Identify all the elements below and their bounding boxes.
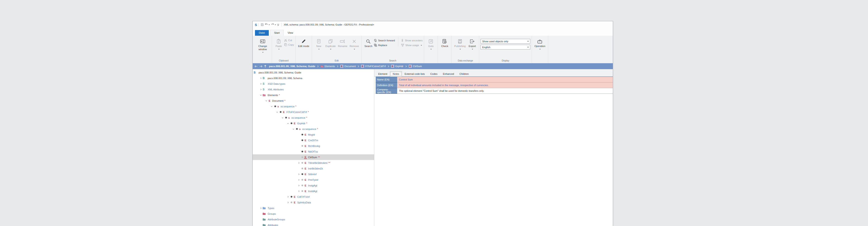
- detail-tab-element[interactable]: Element: [375, 71, 390, 76]
- up-arrow-icon[interactable]: [264, 65, 267, 68]
- collapse-chevron-icon[interactable]: [275, 111, 279, 113]
- tree-item[interactable]: Types: [253, 205, 374, 211]
- breadcrumb-item[interactable]: EFIToFICstmrCdtTrf: [361, 65, 386, 68]
- expand-chevron-icon[interactable]: [297, 179, 301, 181]
- detail-tab-children[interactable]: Children: [457, 71, 471, 76]
- expand-chevron-icon[interactable]: [297, 162, 301, 164]
- collapse-chevron-icon[interactable]: [259, 94, 263, 96]
- paste-button[interactable]: Paste: [273, 37, 284, 51]
- breadcrumb-item[interactable]: EDocument: [340, 65, 356, 68]
- detail-tab-enhanced[interactable]: Enhanced: [440, 71, 457, 76]
- expand-chevron-icon[interactable]: [297, 185, 301, 187]
- tree-item[interactable]: AttributeGroups: [253, 217, 374, 222]
- tree-item[interactable]: SXSD Data types: [253, 81, 374, 87]
- tree-item-label: Elements: [268, 94, 278, 97]
- copy-button[interactable]: Copy: [284, 43, 294, 46]
- detail-tab-notes[interactable]: Notes: [390, 71, 402, 76]
- search-forward-button[interactable]: Search forward: [374, 39, 395, 42]
- undo-dropdown-caret[interactable]: [269, 24, 270, 26]
- check-button[interactable]: Check: [439, 37, 450, 49]
- tree-item[interactable]: Groups: [253, 211, 374, 217]
- tree-item[interactable]: Attributes: [253, 222, 374, 226]
- cut-button[interactable]: Cut: [284, 39, 294, 41]
- expand-chevron-icon[interactable]: [297, 190, 301, 192]
- expand-chevron-icon[interactable]: [259, 77, 263, 79]
- tree-item[interactable]: ENbOfTxs: [253, 149, 374, 154]
- property-value[interactable]: Total of all individual amounts included…: [397, 83, 613, 88]
- breadcrumb-root[interactable]: pacs.008.001.09; XML Schema; Guide: [269, 65, 315, 68]
- tree-item[interactable]: sxs:sequence*: [253, 126, 374, 132]
- language-select[interactable]: English: [480, 45, 530, 50]
- replace-button[interactable]: Replace: [374, 44, 395, 47]
- goto-button[interactable]: Goto: [426, 37, 436, 51]
- tree-item[interactable]: ECreDtTm: [253, 137, 374, 143]
- breadcrumb-item[interactable]: Elements: [320, 65, 335, 68]
- tree-item[interactable]: EBtchBookg: [253, 143, 374, 149]
- tree-item[interactable]: EGrpHdr*: [253, 121, 374, 126]
- tree-item-flag: *: [279, 94, 280, 97]
- tree-item-selected[interactable]: ECtrlSum**: [253, 154, 374, 160]
- customize-quick-access-button[interactable]: [277, 24, 279, 26]
- tree-item[interactable]: EDocument*: [253, 98, 374, 103]
- expand-chevron-icon[interactable]: [259, 89, 263, 90]
- undo-button[interactable]: [265, 23, 270, 26]
- detail-tab-codes[interactable]: Codes: [428, 71, 440, 76]
- expand-chevron-icon[interactable]: [286, 196, 290, 198]
- duplicate-button[interactable]: Duplicate: [324, 37, 337, 51]
- back-arrow-icon[interactable]: [254, 65, 258, 68]
- display-filter-select[interactable]: Show used objects only: [480, 39, 530, 44]
- tree-item[interactable]: Elements*: [253, 92, 374, 98]
- remove-button[interactable]: Remove: [348, 37, 360, 51]
- expand-chevron-icon[interactable]: [286, 202, 290, 203]
- tab-view[interactable]: View: [284, 30, 297, 36]
- expand-chevron-icon[interactable]: [259, 207, 263, 209]
- tree-item[interactable]: sxs:sequence*: [253, 115, 374, 121]
- breadcrumb-item[interactable]: EGrpHdr: [391, 65, 403, 68]
- new-button[interactable]: New: [313, 37, 324, 51]
- collapse-chevron-icon[interactable]: [265, 100, 268, 102]
- tree-item[interactable]: ECdtTrfTxInf: [253, 194, 374, 199]
- tree-item[interactable]: ETtlIntrBkSttlmAmt**: [253, 160, 374, 166]
- export-button[interactable]: Export: [467, 37, 477, 51]
- tree-item[interactable]: EIntrBkSttlmDt: [253, 166, 374, 171]
- tree-item[interactable]: Spacs.008.001.09; XML Schema; Guide: [253, 70, 374, 75]
- show-usage-button[interactable]: Show usage: [401, 44, 423, 47]
- edit-mode-button[interactable]: Edit mode: [297, 37, 311, 49]
- forward-arrow-icon[interactable]: [259, 65, 262, 68]
- operation-button[interactable]: Operation: [533, 37, 546, 51]
- change-window-button[interactable]: Change window: [255, 37, 270, 55]
- property-value[interactable]: The optional element "Control Sum" shall…: [397, 88, 613, 94]
- detail-tab-external-code-lists[interactable]: External code lists: [402, 71, 428, 76]
- change-window-icon: [260, 38, 266, 45]
- edit-mode-icon: [301, 38, 306, 45]
- redo-button[interactable]: [271, 23, 276, 26]
- tree-item[interactable]: SXML Attributes: [253, 87, 374, 92]
- collapse-chevron-icon[interactable]: [281, 117, 284, 119]
- redo-dropdown-caret[interactable]: [275, 24, 276, 26]
- separator: [281, 23, 282, 27]
- tree-item[interactable]: EMsgId: [253, 132, 374, 137]
- tree-item[interactable]: EInstdAgt: [253, 188, 374, 194]
- collapse-chevron-icon[interactable]: [270, 105, 274, 107]
- breadcrumb-item[interactable]: ECtrlSum: [409, 65, 422, 68]
- show-ancesters-button[interactable]: Show ancesters: [401, 39, 423, 42]
- publishing-icon: [458, 38, 463, 45]
- tab-start[interactable]: Start: [270, 30, 284, 36]
- property-value[interactable]: Control Sum: [397, 77, 613, 83]
- tree-item[interactable]: ESttlmInf: [253, 171, 374, 177]
- expand-chevron-icon[interactable]: [259, 83, 263, 85]
- tree-item[interactable]: Bpacs.008.001.09; XML Schema: [253, 75, 374, 81]
- search-button[interactable]: Search: [363, 37, 374, 49]
- collapse-chevron-icon[interactable]: [291, 128, 295, 130]
- expand-chevron-icon[interactable]: [297, 173, 301, 175]
- collapse-chevron-icon[interactable]: [286, 123, 290, 124]
- publishing-button[interactable]: Publishing: [453, 37, 467, 51]
- save-button[interactable]: [260, 23, 264, 26]
- tab-datei[interactable]: Datei: [255, 30, 269, 36]
- tree-item[interactable]: sxs:sequence*: [253, 103, 374, 109]
- rename-button[interactable]: Rename: [337, 37, 348, 49]
- tree-item[interactable]: EPmtTpInf: [253, 177, 374, 183]
- tree-item[interactable]: EInstgAgt: [253, 183, 374, 188]
- tree-item[interactable]: ESplmtryData: [253, 199, 374, 205]
- tree-item[interactable]: EFIToFICstmrCdtTrf*: [253, 109, 374, 115]
